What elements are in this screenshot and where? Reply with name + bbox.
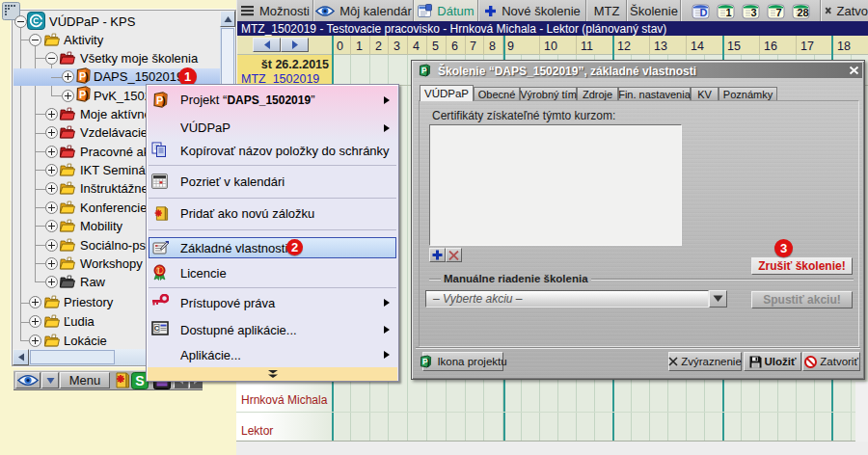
svg-text:S: S	[135, 373, 144, 388]
svg-text:1: 1	[725, 6, 731, 17]
svg-text:3: 3	[750, 6, 756, 17]
svg-text:): )	[426, 67, 429, 76]
svg-text:L: L	[157, 266, 163, 276]
svg-text:C: C	[154, 325, 159, 332]
svg-text:7: 7	[775, 6, 781, 17]
svg-text:28: 28	[797, 6, 808, 17]
svg-text:D: D	[700, 6, 708, 17]
svg-text:): )	[85, 89, 89, 100]
svg-text:): )	[85, 70, 89, 82]
svg-text:): )	[427, 358, 430, 367]
svg-text:): )	[162, 94, 166, 106]
